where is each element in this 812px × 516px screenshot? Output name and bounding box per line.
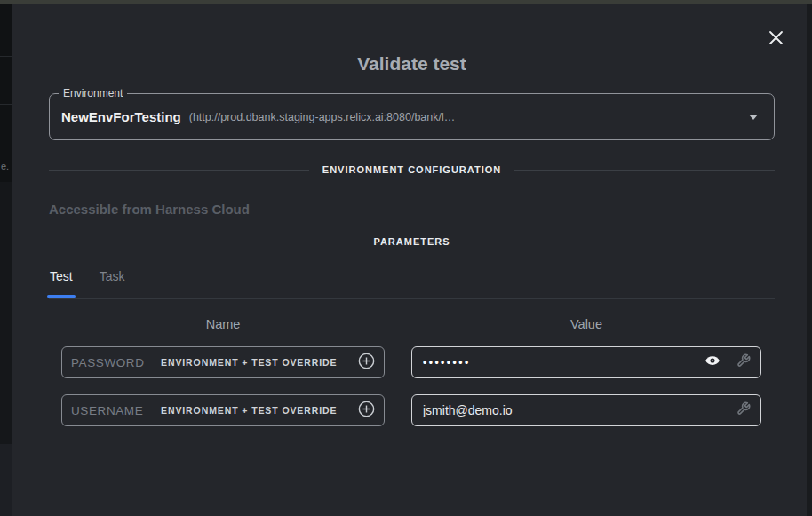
username-name-field: USERNAME ENVIRONMENT + TEST OVERRIDE xyxy=(61,394,385,426)
tabs-bottom-border xyxy=(49,298,775,299)
divider-line xyxy=(514,170,775,171)
table-row: PASSWORD ENVIRONMENT + TEST OVERRIDE xyxy=(12,346,807,378)
environment-select-label: Environment xyxy=(59,87,127,99)
username-value-input[interactable] xyxy=(423,403,720,417)
parameters-heading: PARAMETERS xyxy=(373,236,450,247)
environment-select[interactable]: Environment NewEnvForTesting (http://pro… xyxy=(49,93,775,140)
background-page-section xyxy=(0,182,12,444)
name-column-header: Name xyxy=(61,317,385,331)
divider-line xyxy=(49,242,360,242)
background-page-text: e. xyxy=(1,161,9,171)
eye-icon xyxy=(705,353,720,372)
background-page-divider xyxy=(0,56,12,57)
add-override-button[interactable] xyxy=(357,353,375,371)
close-button[interactable] xyxy=(763,27,788,52)
param-override-badge: ENVIRONMENT + TEST OVERRIDE xyxy=(161,357,337,368)
background-page-left-strip: e. xyxy=(0,4,12,516)
close-icon xyxy=(768,30,784,49)
divider-line xyxy=(49,170,309,171)
tab-test[interactable]: Test xyxy=(49,269,74,298)
table-row: USERNAME ENVIRONMENT + TEST OVERRIDE xyxy=(12,394,807,426)
dialog-title: Validate test xyxy=(49,53,775,75)
param-name-label: PASSWORD xyxy=(71,356,161,369)
background-page-section xyxy=(0,444,12,516)
chevron-down-icon xyxy=(749,115,758,120)
show-password-button[interactable] xyxy=(705,354,720,370)
environment-configuration-divider: ENVIRONMENT CONFIGURATION xyxy=(49,164,775,175)
parameters-tabs: Test Task xyxy=(49,269,125,298)
validate-test-dialog: Validate test Environment NewEnvForTesti… xyxy=(12,4,807,516)
environment-name: NewEnvForTesting xyxy=(61,109,181,124)
edit-value-button[interactable] xyxy=(736,402,752,418)
plus-circle-icon xyxy=(358,353,375,373)
environment-url: (http://prod.dbank.staging-apps.relicx.a… xyxy=(189,111,738,123)
background-page-divider xyxy=(0,104,12,105)
param-override-badge: ENVIRONMENT + TEST OVERRIDE xyxy=(161,405,337,416)
background-page-right-strip xyxy=(807,4,812,516)
divider-line xyxy=(464,242,775,242)
tab-task[interactable]: Task xyxy=(99,269,126,298)
parameters-divider: PARAMETERS xyxy=(49,236,775,247)
username-value-field xyxy=(411,394,761,426)
wrench-icon xyxy=(736,401,751,419)
param-name-label: USERNAME xyxy=(71,404,161,417)
password-value-field xyxy=(411,346,761,378)
add-override-button[interactable] xyxy=(357,401,375,419)
value-column-header: Value xyxy=(411,317,761,331)
password-name-field: PASSWORD ENVIRONMENT + TEST OVERRIDE xyxy=(61,346,385,378)
environment-configuration-heading: ENVIRONMENT CONFIGURATION xyxy=(322,164,501,175)
plus-circle-icon xyxy=(358,401,375,421)
edit-value-button[interactable] xyxy=(736,354,752,370)
password-value-input[interactable] xyxy=(423,356,689,369)
accessible-from-harness-cloud-text: Accessible from Harness Cloud xyxy=(49,202,250,217)
wrench-icon xyxy=(736,353,751,371)
